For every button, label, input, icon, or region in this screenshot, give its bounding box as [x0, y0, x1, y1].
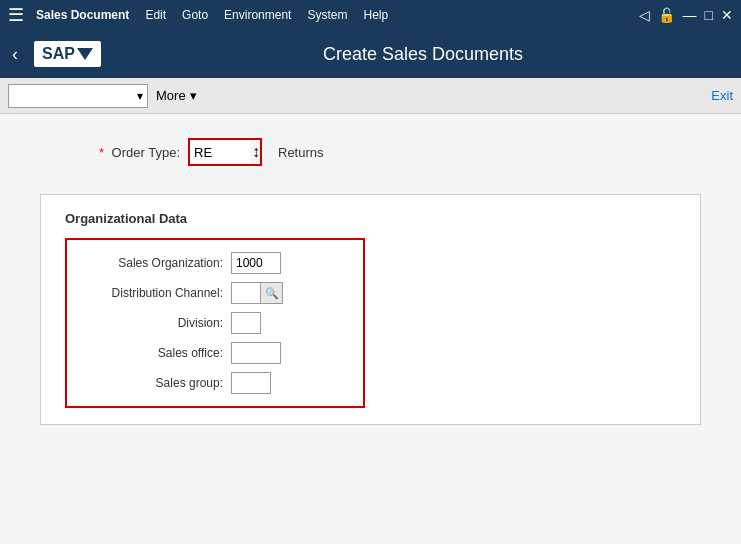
order-type-input[interactable]	[190, 140, 250, 164]
menu-sales-document[interactable]: Sales Document	[36, 8, 129, 22]
menu-edit[interactable]: Edit	[145, 8, 166, 22]
sap-logo: SAP	[34, 41, 101, 67]
main-content: * Order Type: ↕ Returns Organizational D…	[0, 114, 741, 544]
exit-button[interactable]: Exit	[711, 88, 733, 103]
sales-office-label: Sales office:	[83, 346, 223, 360]
chevron-down-icon	[137, 88, 143, 103]
close-icon[interactable]: ✕	[721, 7, 733, 23]
back-button[interactable]: ‹	[12, 44, 18, 65]
required-indicator: *	[99, 145, 104, 160]
menu-environment[interactable]: Environment	[224, 8, 291, 22]
order-type-description: Returns	[278, 145, 324, 160]
sales-org-label: Sales Organization:	[83, 256, 223, 270]
distribution-channel-field-group: 🔍	[231, 282, 283, 304]
more-chevron-icon: ▾	[190, 88, 197, 103]
minimize-icon[interactable]: —	[683, 7, 697, 23]
distribution-channel-input[interactable]	[231, 282, 261, 304]
order-type-input-wrapper: ↕	[188, 138, 262, 166]
lock-icon[interactable]: 🔓	[658, 7, 675, 23]
sales-group-label: Sales group:	[83, 376, 223, 390]
maximize-icon[interactable]: □	[705, 7, 713, 23]
division-input[interactable]	[231, 312, 261, 334]
sales-office-input[interactable]	[231, 342, 281, 364]
header-bar: ‹ SAP Create Sales Documents	[0, 30, 741, 78]
sap-logo-text: SAP	[42, 45, 75, 63]
org-fields-container: Sales Organization: Distribution Channel…	[65, 238, 365, 408]
sales-group-row: Sales group:	[83, 372, 347, 394]
distribution-channel-search-button[interactable]: 🔍	[261, 282, 283, 304]
toolbar: More ▾ Exit	[0, 78, 741, 114]
sales-org-input[interactable]	[231, 252, 281, 274]
order-type-label: * Order Type:	[40, 145, 180, 160]
org-section-title: Organizational Data	[65, 211, 676, 226]
more-label: More	[156, 88, 186, 103]
window-controls: ◁ 🔓 — □ ✕	[639, 7, 733, 23]
division-label: Division:	[83, 316, 223, 330]
more-button[interactable]: More ▾	[156, 88, 197, 103]
distribution-channel-row: Distribution Channel: 🔍	[83, 282, 347, 304]
cursor-indicator: ↕	[252, 143, 260, 161]
org-data-section: Organizational Data Sales Organization: …	[40, 194, 701, 425]
menu-system[interactable]: System	[307, 8, 347, 22]
sales-office-row: Sales office:	[83, 342, 347, 364]
search-icon: 🔍	[265, 287, 279, 300]
division-row: Division:	[83, 312, 347, 334]
hamburger-icon[interactable]: ☰	[8, 4, 24, 26]
sap-logo-triangle	[77, 48, 93, 60]
sales-group-input[interactable]	[231, 372, 271, 394]
menu-bar: Sales Document Edit Goto Environment Sys…	[36, 8, 627, 22]
title-bar: ☰ Sales Document Edit Goto Environment S…	[0, 0, 741, 30]
page-title: Create Sales Documents	[117, 44, 729, 65]
menu-help[interactable]: Help	[363, 8, 388, 22]
menu-goto[interactable]: Goto	[182, 8, 208, 22]
sales-org-row: Sales Organization:	[83, 252, 347, 274]
order-type-row: * Order Type: ↕ Returns	[40, 138, 701, 166]
back-nav-icon[interactable]: ◁	[639, 7, 650, 23]
toolbar-dropdown[interactable]	[8, 84, 148, 108]
distribution-channel-label: Distribution Channel:	[83, 286, 223, 300]
